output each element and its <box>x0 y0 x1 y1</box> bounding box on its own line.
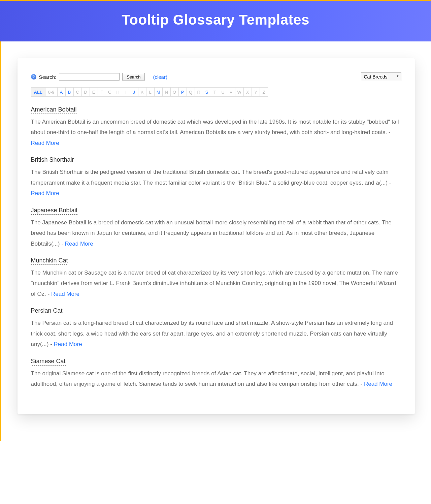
alpha-filter-b[interactable]: B <box>66 87 74 97</box>
glossary-entry: British ShorthairThe British Shorthair i… <box>31 156 401 198</box>
alpha-filter-n[interactable]: N <box>163 87 171 97</box>
entry-title[interactable]: American Bobtail <box>31 106 77 114</box>
alpha-filter-t[interactable]: T <box>211 87 219 97</box>
alpha-filter-e[interactable]: E <box>90 87 98 97</box>
clear-link[interactable]: (clear) <box>153 74 167 80</box>
dash-separator: - <box>387 129 390 135</box>
alpha-filter-all[interactable]: ALL <box>31 87 45 97</box>
category-select-wrap: Cat Breeds <box>361 72 401 81</box>
glossary-entry: Persian CatThe Persian cat is a long-hai… <box>31 307 401 349</box>
alpha-filter-0-9[interactable]: 0-9 <box>45 87 58 97</box>
entry-description: The Japanese Bobtail is a breed of domes… <box>31 217 401 249</box>
alpha-filter-j[interactable]: J <box>130 87 138 97</box>
alpha-filter-f[interactable]: F <box>98 87 106 97</box>
alpha-filter-g[interactable]: G <box>106 87 114 97</box>
read-more-link[interactable]: Read More <box>31 190 59 196</box>
dash-separator: - <box>48 341 54 347</box>
entry-description: The American Bobtail is an uncommon bree… <box>31 117 401 148</box>
alpha-filter-k[interactable]: K <box>138 87 146 97</box>
read-more-link[interactable]: Read More <box>65 241 93 247</box>
alphabet-filter: ALL0-9ABCDEFGHIJKLMNOPQRSTUVWXYZ <box>31 87 401 97</box>
entry-title[interactable]: British Shorthair <box>31 156 74 164</box>
alpha-filter-i[interactable]: I <box>122 87 130 97</box>
alpha-filter-y[interactable]: Y <box>252 87 260 97</box>
glossary-entry: Japanese BobtailThe Japanese Bobtail is … <box>31 207 401 249</box>
page-title: Tooltip Glossary Templates <box>0 12 431 28</box>
alpha-filter-s[interactable]: S <box>203 87 211 97</box>
alpha-filter-w[interactable]: W <box>235 87 244 97</box>
search-input[interactable] <box>59 73 120 81</box>
category-select[interactable]: Cat Breeds <box>361 72 401 81</box>
alpha-filter-d[interactable]: D <box>82 87 90 97</box>
read-more-link[interactable]: Read More <box>54 341 82 347</box>
entry-title[interactable]: Siamese Cat <box>31 358 66 366</box>
dash-separator: - <box>359 381 364 387</box>
search-label: Search: <box>39 74 57 80</box>
entry-description: The Persian cat is a long-haired breed o… <box>31 318 401 349</box>
alpha-filter-h[interactable]: H <box>114 87 122 97</box>
entry-desc-text: The American Bobtail is an uncommon bree… <box>31 119 399 135</box>
entry-description: The British Shorthair is the pedigreed v… <box>31 167 401 198</box>
help-icon[interactable]: ? <box>31 74 36 80</box>
entry-title[interactable]: Munchkin Cat <box>31 257 68 265</box>
alpha-filter-u[interactable]: U <box>219 87 227 97</box>
search-row: ? Search: Search (clear) Cat Breeds <box>31 72 401 81</box>
alpha-filter-p[interactable]: P <box>179 87 187 97</box>
alpha-filter-v[interactable]: V <box>227 87 235 97</box>
alpha-filter-z[interactable]: Z <box>260 87 268 97</box>
entry-desc-text: The British Shorthair is the pedigreed v… <box>31 169 389 186</box>
alpha-filter-m[interactable]: M <box>155 87 163 97</box>
entry-description: The Munchkin cat or Sausage cat is a new… <box>31 267 401 299</box>
alpha-filter-x[interactable]: X <box>244 87 252 97</box>
entry-description: The original Siamese cat is one of the f… <box>31 368 401 389</box>
entry-title[interactable]: Persian Cat <box>31 307 63 315</box>
entry-desc-text: The Persian cat is a long-haired breed o… <box>31 320 393 347</box>
read-more-link[interactable]: Read More <box>51 291 79 297</box>
read-more-link[interactable]: Read More <box>364 381 392 387</box>
alpha-filter-o[interactable]: O <box>171 87 179 97</box>
read-more-link[interactable]: Read More <box>31 140 59 146</box>
alpha-filter-a[interactable]: A <box>58 87 66 97</box>
entries-list: American BobtailThe American Bobtail is … <box>31 106 401 389</box>
content-card: ? Search: Search (clear) Cat Breeds ALL0… <box>18 58 415 414</box>
alpha-filter-l[interactable]: L <box>146 87 155 97</box>
search-button[interactable]: Search <box>122 73 145 81</box>
glossary-entry: Munchkin CatThe Munchkin cat or Sausage … <box>31 257 401 299</box>
glossary-entry: American BobtailThe American Bobtail is … <box>31 106 401 148</box>
header-band: Tooltip Glossary Templates <box>0 1 431 41</box>
dash-separator: - <box>46 291 51 297</box>
alpha-filter-q[interactable]: Q <box>187 87 195 97</box>
glossary-entry: Siamese CatThe original Siamese cat is o… <box>31 358 401 389</box>
entry-desc-text: The Munchkin cat or Sausage cat is a new… <box>31 270 398 297</box>
entry-title[interactable]: Japanese Bobtail <box>31 207 77 215</box>
dash-separator: - <box>60 241 65 247</box>
alpha-filter-r[interactable]: R <box>195 87 203 97</box>
alpha-filter-c[interactable]: C <box>74 87 82 97</box>
dash-separator: - <box>388 180 391 186</box>
entry-desc-text: The original Siamese cat is one of the f… <box>31 370 385 387</box>
page-wrap: ? Search: Search (clear) Cat Breeds ALL0… <box>0 41 431 441</box>
